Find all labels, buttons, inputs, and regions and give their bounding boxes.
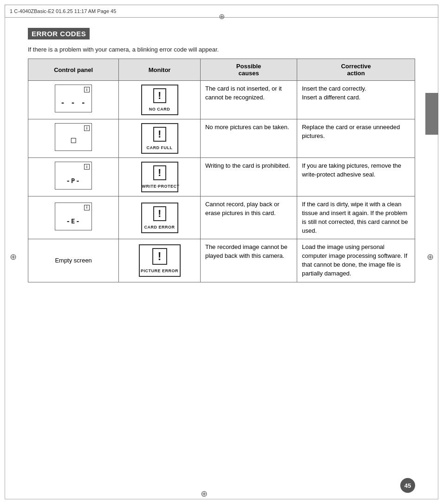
page-number: 45	[400, 478, 415, 493]
table-row: i -E- ! CARD ERROR Cannot record, play b…	[28, 196, 415, 239]
cp-display-3: i -P-	[55, 162, 92, 190]
possible-causes-2: No more pictures can be taken.	[200, 119, 297, 158]
table-row: i □ ! CARD FULL No more pictures can be …	[28, 119, 415, 158]
control-panel-cell-2: i □	[28, 119, 119, 158]
table-row: i - - - ! NO CARD The card is not insert…	[28, 81, 415, 119]
bottom-crosshair: ⊕	[199, 489, 208, 498]
header-crosshair: ⊕	[217, 10, 226, 23]
cp-display-4: i -E-	[55, 203, 92, 230]
main-content: ERROR CODES If there is a problem with y…	[28, 28, 415, 282]
corrective-action-3: If you are taking pictures, remove the w…	[297, 158, 415, 196]
monitor-cell-2: ! CARD FULL	[119, 119, 201, 158]
header-text: 1 C-4040ZBasic-E2 01.6.25 11:17 AM Page …	[10, 8, 116, 14]
col-header-control-panel: Control panel	[28, 59, 119, 81]
monitor-label-4: CARD ERROR	[142, 224, 177, 230]
col-header-corrective-action: Correctiveaction	[297, 59, 415, 81]
monitor-display-4: ! CARD ERROR	[141, 203, 178, 233]
control-panel-cell-1: i - - -	[28, 81, 119, 119]
monitor-icon-4: !	[153, 206, 166, 221]
intro-text: If there is a problem with your camera, …	[28, 46, 415, 53]
right-crosshair: ⊕	[425, 252, 435, 262]
monitor-display-3: ! WRITE·PROTECT	[141, 162, 178, 192]
possible-causes-1: The card is not inserted, or it cannot b…	[200, 81, 297, 119]
cp-empty-screen-label: Empty screen	[55, 257, 91, 264]
col-header-possible-causes: Possiblecauses	[200, 59, 297, 81]
table-row: i -P- ! WRITE·PROTECT Writing to the car…	[28, 158, 415, 196]
monitor-display-5: ! PICTURE ERROR	[139, 244, 181, 277]
col-header-monitor: Monitor	[119, 59, 201, 81]
monitor-icon-1: !	[153, 88, 166, 103]
cp-display-1: i - - -	[55, 85, 92, 112]
monitor-display-1: ! NO CARD	[141, 85, 178, 115]
monitor-cell-3: ! WRITE·PROTECT	[119, 158, 201, 196]
control-panel-cell-3: i -P-	[28, 158, 119, 196]
monitor-display-2: ! CARD FULL	[141, 123, 178, 154]
corrective-action-2: Replace the card or erase unneeded pictu…	[297, 119, 415, 158]
corrective-action-5: Load the image using personal computer i…	[297, 239, 415, 282]
possible-causes-4: Cannot record, play back or erase pictur…	[200, 196, 297, 239]
monitor-label-5: PICTURE ERROR	[140, 268, 180, 274]
monitor-cell-1: ! NO CARD	[119, 81, 201, 119]
side-bar	[425, 93, 438, 135]
monitor-icon-3: !	[153, 165, 166, 180]
cp-indicator-3: i	[84, 164, 90, 170]
section-title: ERROR CODES	[28, 28, 90, 39]
error-codes-table: Control panel Monitor Possiblecauses Cor…	[28, 59, 415, 282]
cp-indicator-2: i	[84, 125, 90, 131]
control-panel-cell-4: i -E-	[28, 196, 119, 239]
cp-indicator-1: i	[84, 87, 90, 92]
cp-icon-2: □	[71, 134, 76, 146]
monitor-icon-5: !	[152, 248, 167, 265]
page-header: 1 C-4040ZBasic-E2 01.6.25 11:17 AM Page …	[5, 5, 438, 18]
monitor-label-3: WRITE·PROTECT	[142, 183, 177, 190]
cp-text-4: -E-	[55, 216, 91, 226]
corrective-action-4: If the card is dirty, wipe it with a cle…	[297, 196, 415, 239]
table-row: Empty screen ! PICTURE ERROR The recorde…	[28, 239, 415, 282]
monitor-cell-5: ! PICTURE ERROR	[119, 239, 201, 282]
monitor-icon-2: !	[153, 127, 166, 142]
monitor-label-2: CARD FULL	[142, 145, 177, 151]
left-crosshair: ⊕	[8, 252, 18, 262]
cp-text-1: - - -	[55, 98, 91, 108]
possible-causes-3: Writing to the card is prohibited.	[200, 158, 297, 196]
cp-indicator-4: i	[84, 205, 90, 210]
cp-text-3: -P-	[55, 176, 91, 185]
possible-causes-5: The recorded image cannot be played back…	[200, 239, 297, 282]
monitor-cell-4: ! CARD ERROR	[119, 196, 201, 239]
control-panel-cell-5: Empty screen	[28, 239, 119, 282]
cp-display-2: i □	[55, 123, 92, 151]
corrective-action-1: Insert the card correctly.Insert a diffe…	[297, 81, 415, 119]
monitor-label-1: NO CARD	[142, 106, 177, 112]
